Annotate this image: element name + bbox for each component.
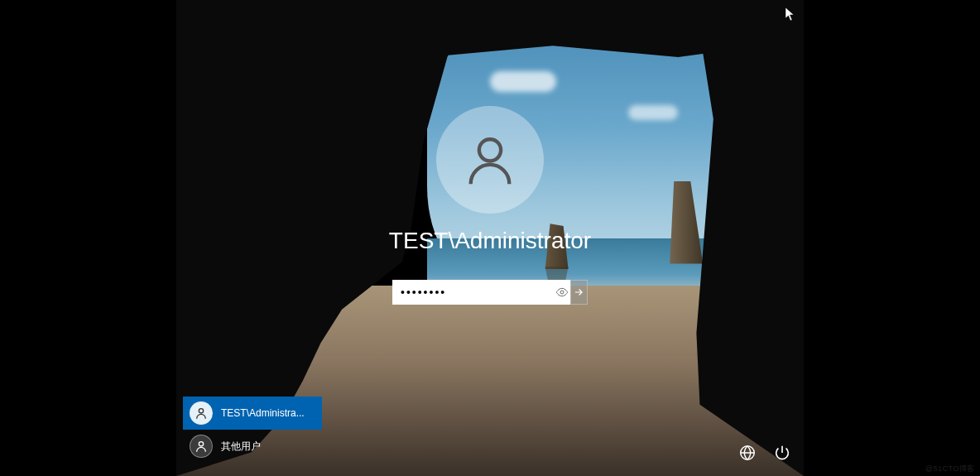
network-icon <box>738 444 757 462</box>
svg-point-1 <box>560 291 564 294</box>
network-button[interactable] <box>737 443 757 463</box>
svg-point-3 <box>199 442 203 446</box>
arrow-right-icon <box>573 286 584 298</box>
user-icon <box>461 131 519 189</box>
user-item-label: TEST\Administra... <box>221 407 305 419</box>
user-avatar <box>436 106 544 214</box>
submit-button[interactable] <box>570 280 588 305</box>
svg-point-2 <box>199 409 203 413</box>
user-icon <box>195 406 208 420</box>
svg-point-0 <box>479 139 501 161</box>
reveal-password-button[interactable] <box>554 280 570 305</box>
password-row <box>392 280 588 305</box>
user-list-item-administrator[interactable]: TEST\Administra... <box>183 397 322 430</box>
login-screen: TEST\Administrator TEST\Administra... <box>176 0 804 476</box>
username-display: TEST\Administrator <box>389 228 591 254</box>
eye-icon <box>555 286 569 299</box>
user-list-item-other[interactable]: 其他用户 <box>183 430 322 463</box>
user-item-avatar <box>190 435 213 458</box>
user-item-label: 其他用户 <box>221 440 261 454</box>
user-list: TEST\Administra... 其他用户 <box>183 397 322 463</box>
user-icon <box>195 440 208 453</box>
password-input[interactable] <box>392 280 554 305</box>
power-button[interactable] <box>772 443 792 463</box>
power-icon <box>773 444 791 462</box>
watermark: @51CTO博客 <box>925 464 975 474</box>
system-tray <box>737 443 792 463</box>
user-item-avatar <box>190 401 213 425</box>
